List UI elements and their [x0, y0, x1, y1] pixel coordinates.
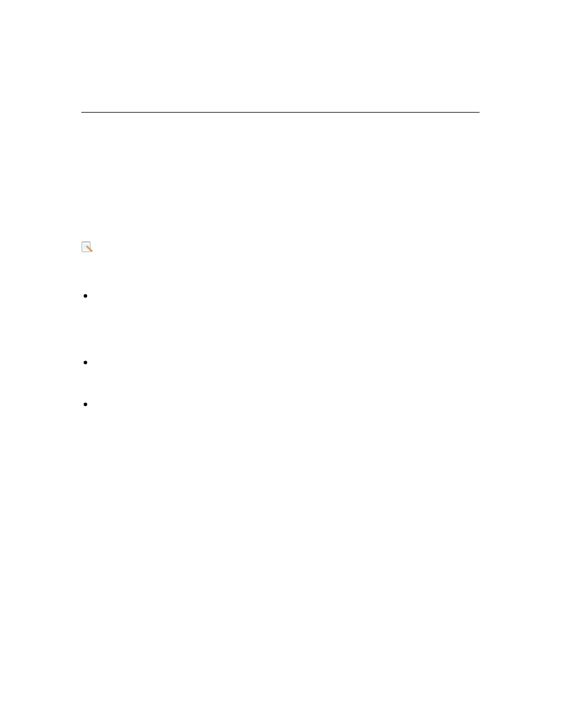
bullet-point [84, 403, 87, 406]
document-page [0, 0, 562, 728]
svg-point-6 [88, 242, 89, 242]
svg-point-4 [86, 242, 87, 242]
svg-point-1 [82, 242, 83, 242]
svg-point-2 [84, 242, 84, 242]
svg-point-3 [85, 242, 85, 242]
horizontal-rule [81, 112, 480, 113]
bullet-point [84, 361, 87, 364]
note-pencil-icon [81, 241, 93, 252]
svg-rect-0 [82, 242, 90, 252]
svg-point-5 [87, 242, 88, 242]
bullet-point [84, 294, 87, 298]
